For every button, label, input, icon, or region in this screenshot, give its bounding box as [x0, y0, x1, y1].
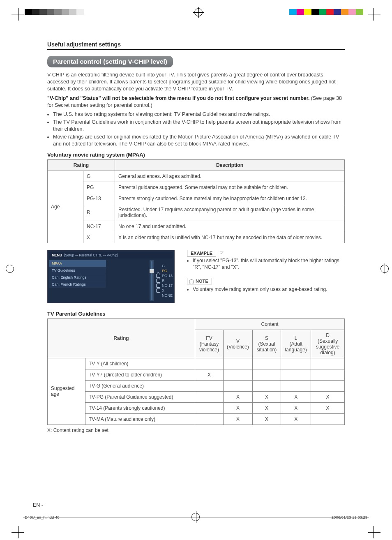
- mpaa-desc-cell: X is an older rating that is unified wit…: [115, 232, 345, 243]
- osd-rating-label: NONE: [162, 293, 173, 298]
- osd-rating-label: R: [162, 279, 165, 283]
- pointing-hand-icon: ☞: [219, 250, 224, 256]
- swatch: [47, 9, 54, 15]
- tvpg-rowgroup-label: Suggested age: [48, 358, 85, 425]
- swatch: [311, 9, 319, 15]
- tvpg-mark-cell: [195, 380, 224, 391]
- tvpg-rating-label: TV-MA (Mature audience only): [85, 413, 195, 425]
- tvpg-table: Rating Content FV(Fantasy violence)V(Vio…: [47, 318, 345, 425]
- tvpg-mark-cell: [281, 369, 311, 380]
- bullet-item: The TV Parental Guidelines work in conju…: [53, 119, 345, 133]
- swatch: [297, 9, 304, 15]
- swatch: [356, 9, 363, 15]
- tvpg-mark-cell: [311, 413, 345, 425]
- page-dash: -: [42, 502, 43, 508]
- osd-rating-item: G: [156, 263, 173, 268]
- tvpg-mark-cell: [311, 369, 345, 380]
- mpaa-rating-cell: PG: [83, 182, 115, 193]
- swatch: [326, 9, 334, 15]
- tvpg-content-col: FV(Fantasy violence): [195, 330, 224, 358]
- tvpg-mark-cell: X: [281, 391, 311, 402]
- tvpg-mark-cell: [195, 413, 224, 425]
- mpaa-table: Rating Description AgeGGeneral audiences…: [47, 159, 345, 243]
- example-text: If you select "PG-13", this will automat…: [193, 257, 345, 270]
- note-tag: NOTE: [187, 278, 212, 284]
- tvpg-mark-cell: [224, 380, 253, 391]
- tvpg-rating-label: TV-14 (Parents strongly cautioned): [85, 402, 195, 413]
- tvpg-mark-cell: [224, 369, 253, 380]
- tvpg-mark-cell: [252, 358, 281, 369]
- osd-slider: [150, 260, 154, 301]
- swatch: [32, 9, 39, 15]
- osd-left-list: MPAATV GuidelinesCan. English RatingsCan…: [49, 260, 106, 301]
- tvpg-mark-cell: [224, 358, 253, 369]
- mpaa-desc-cell: Restricted. Under 17 requires accompanyi…: [115, 204, 345, 221]
- swatch: [319, 9, 326, 15]
- tvpg-mark-cell: X: [252, 402, 281, 413]
- lang-badge: EN: [33, 502, 40, 508]
- lang-badge-row: EN -: [33, 502, 43, 508]
- tvpg-rating-label: TV-Y (All children): [85, 358, 195, 369]
- note-text: Voluntary movie rating system only uses …: [193, 286, 345, 293]
- osd-left-item: Can. French Ratings: [49, 281, 106, 288]
- osd-menu-screenshot: MENU [Setup ··· Parental CTRL ··· V-Chip…: [47, 250, 175, 303]
- registration-mark-icon: [3, 265, 14, 275]
- osd-menu-label: MENU: [52, 253, 62, 257]
- tvpg-mark-cell: [252, 380, 281, 391]
- grayscale-swatches: [25, 9, 91, 15]
- swatch: [76, 9, 84, 15]
- tvpg-content-col: D(Sexually suggestive dialog): [311, 330, 345, 358]
- osd-rating-item: NONE: [156, 293, 173, 298]
- tvpg-mark-cell: [311, 380, 345, 391]
- mpaa-desc-cell: Parents strongly cautioned. Some materia…: [115, 193, 345, 204]
- osd-rating-label: PG: [162, 269, 167, 273]
- intro-bullets: The U.S. has two rating systems for view…: [47, 111, 345, 147]
- tvpg-mark-cell: X: [224, 391, 253, 402]
- mpaa-rating-cell: PG-13: [83, 193, 115, 204]
- mpaa-rowgroup-label: Age: [48, 171, 83, 243]
- osd-rating-label: NC-17: [162, 284, 173, 288]
- mpaa-col-desc: Description: [115, 159, 345, 171]
- osd-breadcrumb-path: [Setup ··· Parental CTRL ··· V-Chip]: [64, 253, 118, 257]
- tvpg-mark-cell: X: [224, 402, 253, 413]
- swatch: [39, 9, 47, 15]
- tvpg-content-col: L(Adult language): [281, 330, 311, 358]
- bullet-item: The U.S. has two rating systems for view…: [53, 111, 345, 118]
- section-title: Useful adjustment settings: [47, 41, 345, 50]
- tvpg-mark-cell: X: [224, 413, 253, 425]
- tvpg-rating-label: TV-PG (Parental Guidance suggested): [85, 391, 195, 402]
- tvpg-rating-label: TV-Y7 (Directed to older children): [85, 369, 195, 380]
- tvpg-mark-cell: X: [311, 402, 345, 413]
- tvpg-rating-label: TV-G (General audience): [85, 380, 195, 391]
- swatch: [334, 9, 341, 15]
- swatch: [348, 9, 356, 15]
- osd-left-item: Can. English Ratings: [49, 274, 106, 281]
- mpaa-desc-cell: No one 17 and under admitted.: [115, 221, 345, 232]
- osd-rating-label: G: [162, 264, 165, 268]
- mpaa-desc-cell: General audiences. All ages admitted.: [115, 171, 345, 182]
- tvpg-mark-cell: [281, 358, 311, 369]
- mpaa-heading: Voluntary movie rating system (MPAA): [47, 152, 345, 158]
- example-column: EXAMPLE ☞ If you select "PG-13", this wi…: [187, 250, 345, 303]
- tvpg-mark-cell: [195, 391, 224, 402]
- tvpg-mark-cell: X: [252, 413, 281, 425]
- mpaa-desc-cell: Parental guidance suggested. Some materi…: [115, 182, 345, 193]
- tvpg-mark-cell: X: [311, 391, 345, 402]
- osd-breadcrumb: MENU [Setup ··· Parental CTRL ··· V-Chip…: [49, 252, 173, 258]
- intro-bold-line: "V-Chip" and "Status" will not be select…: [47, 95, 345, 109]
- registration-mark-icon: [194, 8, 203, 16]
- print-footer: D40U_en_h.indd 40 2006/01/23 11:33:29: [25, 513, 367, 521]
- print-registration-top: [0, 0, 392, 20]
- swatch: [25, 9, 32, 15]
- osd-rating-item: X: [156, 288, 173, 293]
- tvpg-mark-cell: X: [252, 391, 281, 402]
- swatch: [304, 9, 311, 15]
- osd-rating-list: GPGPG-13RNC-17XNONE: [156, 263, 173, 298]
- swatch: [54, 9, 62, 15]
- tvpg-content-col: V(Violence): [224, 330, 253, 358]
- swatch: [62, 9, 69, 15]
- osd-left-item: TV Guidelines: [49, 267, 106, 274]
- lock-icon: [156, 288, 160, 293]
- mpaa-rating-cell: NC-17: [83, 221, 115, 232]
- swatch: [69, 9, 76, 15]
